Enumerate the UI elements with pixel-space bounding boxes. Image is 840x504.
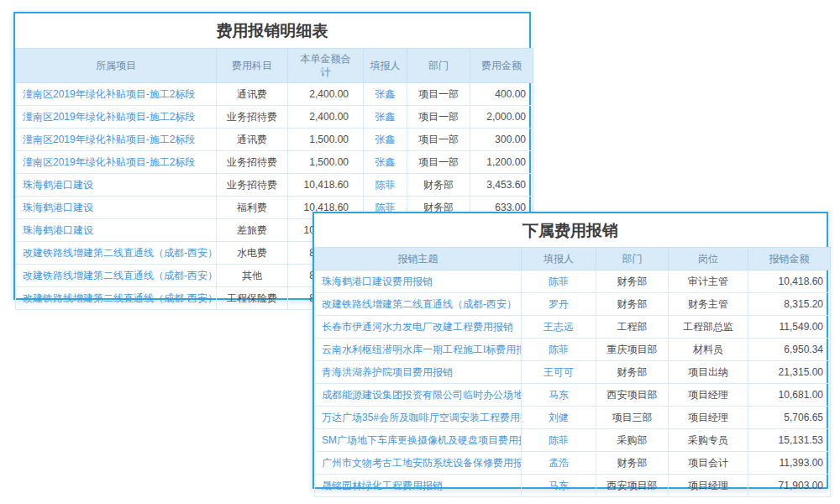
cell-expense-subject: 水电费 [217, 242, 288, 265]
cell-reporter-link: 陈菲 [522, 429, 596, 452]
cell-subject-link: 广州市文物考古工地安防系统设备保修费用报销 [315, 452, 522, 475]
reporter-link[interactable]: 陈菲 [375, 179, 396, 191]
subject-link[interactable]: 广州市文物考古工地安防系统设备保修费用报销 [322, 457, 522, 469]
subject-link[interactable]: 青海洪湖养护院项目费用报销 [322, 366, 453, 378]
cell-expense-subject: 福利费 [217, 197, 288, 219]
reporter-link[interactable]: 罗丹 [549, 298, 569, 310]
cell-reporter-link: 马东 [522, 384, 596, 407]
reporter-link[interactable]: 马东 [549, 480, 569, 491]
table-row: 晟铭园林绿化工程费用报销马东西安项目部项目经理71,903.00 [315, 475, 831, 497]
header-row: 报销主题填报人部门岗位报销金额 [315, 248, 831, 270]
cell-total-amount: 2,400.00 [288, 83, 364, 106]
project-link[interactable]: 潼南区2019年绿化补贴项目-施工2标段 [23, 134, 195, 145]
reporter-link[interactable]: 王可可 [543, 366, 574, 378]
project-link[interactable]: 潼南区2019年绿化补贴项目-施工2标段 [23, 88, 195, 100]
reporter-link[interactable]: 陈菲 [549, 276, 569, 287]
cell-reimburse-amount: 5,706.65 [748, 407, 831, 429]
cell-reporter-link: 马东 [522, 475, 596, 497]
cell-position: 项目经理 [669, 384, 748, 407]
cell-reporter-link: 张鑫 [364, 83, 407, 106]
reporter-link[interactable]: 陈菲 [549, 434, 569, 446]
cell-reimburse-amount: 11,393.00 [748, 452, 831, 475]
subject-link[interactable]: 晟铭园林绿化工程费用报销 [322, 480, 443, 491]
cell-total-amount: 10,418.60 [288, 174, 364, 197]
cell-department: 财务部 [596, 293, 669, 316]
subject-link[interactable]: 万达广场35#会所及咖啡厅空调安装工程费用报销 [322, 412, 522, 423]
cell-department: 财务部 [596, 361, 669, 384]
cell-reimburse-amount: 71,903.00 [748, 475, 831, 497]
project-link[interactable]: 珠海鹤港口建设 [23, 224, 93, 236]
reporter-link[interactable]: 孟浩 [549, 457, 569, 469]
project-link[interactable]: 珠海鹤港口建设 [23, 179, 93, 191]
cell-project-link: 珠海鹤港口建设 [16, 174, 217, 197]
cell-reporter-link: 陈菲 [522, 270, 596, 293]
project-link[interactable]: 潼南区2019年绿化补贴项目-施工2标段 [23, 156, 195, 168]
reporter-link[interactable]: 马东 [549, 389, 569, 401]
cell-reporter-link: 张鑫 [364, 106, 407, 129]
table-row: 潼南区2019年绿化补贴项目-施工2标段通讯费2,400.00张鑫项目一部400… [16, 83, 533, 106]
cell-project-link: 珠海鹤港口建设 [16, 197, 217, 219]
cell-project-link: 潼南区2019年绿化补贴项目-施工2标段 [16, 106, 217, 129]
cell-project-link: 潼南区2019年绿化补贴项目-施工2标段 [16, 83, 217, 106]
cell-reporter-link: 刘健 [522, 407, 596, 429]
cell-subject-link: 万达广场35#会所及咖啡厅空调安装工程费用报销 [315, 407, 522, 429]
cell-reporter-link: 王志远 [522, 316, 596, 339]
table-row: 云南水利枢纽潜明水库一期工程施工I标费用报销陈菲重庆项目部材料员6,950.34 [315, 339, 831, 361]
column-header-project-link: 所属项目 [16, 49, 217, 83]
column-header-reporter-link: 填报人 [364, 49, 407, 83]
cell-project-link: 改建铁路线增建第二线直通线（成都-西安） [16, 242, 217, 265]
cell-department: 西安项目部 [596, 384, 669, 407]
table-row: SM广场地下车库更换摄像机及硬盘项目费用报销陈菲采购部采购专员15,131.53 [315, 429, 831, 452]
sub-expense-panel: 下属费用报销 报销主题填报人部门岗位报销金额 珠海鹤港口建设费用报销陈菲财务部审… [312, 212, 828, 489]
cell-reporter-link: 张鑫 [364, 129, 407, 151]
subject-link[interactable]: 长春市伊通河水力发电厂改建工程费用报销 [322, 321, 513, 333]
cell-reimburse-amount: 21,315.00 [748, 361, 831, 384]
subject-link[interactable]: 珠海鹤港口建设费用报销 [322, 276, 433, 287]
reporter-link[interactable]: 陈菲 [549, 344, 569, 355]
project-link[interactable]: 珠海鹤港口建设 [23, 202, 93, 213]
cell-department: 项目一部 [407, 106, 470, 129]
subject-link[interactable]: 云南水利枢纽潜明水库一期工程施工I标费用报销 [322, 344, 522, 355]
project-link[interactable]: 改建铁路线增建第二线直通线（成都-西安） [23, 247, 217, 259]
cell-department: 财务部 [596, 270, 669, 293]
cell-reimburse-amount: 10,418.60 [748, 270, 831, 293]
cell-expense-subject: 差旅费 [217, 219, 288, 242]
project-link[interactable]: 潼南区2019年绿化补贴项目-施工2标段 [23, 111, 195, 123]
cell-total-amount: 2,400.00 [288, 106, 364, 129]
cell-reporter-link: 罗丹 [522, 293, 596, 316]
column-header-reimburse-amount: 报销金额 [748, 248, 831, 270]
cell-position: 项目经理 [669, 475, 748, 497]
reporter-link[interactable]: 张鑫 [375, 111, 396, 123]
project-link[interactable]: 改建铁路线增建第二线直通线（成都-西安） [23, 292, 217, 304]
reporter-link[interactable]: 张鑫 [375, 156, 396, 168]
column-header-expense-subject: 费用科目 [217, 49, 288, 83]
subject-link[interactable]: 成都能源建设集团投资有限公司临时办公场地费用报销 [322, 389, 522, 401]
column-header-reporter-link: 填报人 [522, 248, 596, 270]
cell-position: 材料员 [669, 339, 748, 361]
table-row: 长春市伊通河水力发电厂改建工程费用报销王志远工程部工程部总监11,549.00 [315, 316, 831, 339]
column-header-position: 岗位 [669, 248, 748, 270]
cell-project-link: 潼南区2019年绿化补贴项目-施工2标段 [16, 129, 217, 151]
reporter-link[interactable]: 王志远 [543, 321, 574, 333]
cell-subject-link: 改建铁路线增建第二线直通线（成都-西安） [315, 293, 522, 316]
cell-subject-link: 长春市伊通河水力发电厂改建工程费用报销 [315, 316, 522, 339]
column-header-department: 部门 [596, 248, 669, 270]
reporter-link[interactable]: 刘健 [549, 412, 569, 423]
cell-project-link: 珠海鹤港口建设 [16, 219, 217, 242]
cell-position: 项目会计 [669, 452, 748, 475]
cell-reporter-link: 陈菲 [522, 339, 596, 361]
table-row: 改建铁路线增建第二线直通线（成都-西安）罗丹财务部财务主管8,315.20 [315, 293, 831, 316]
cell-expense-amount: 1,200.00 [470, 151, 533, 174]
subject-link[interactable]: 改建铁路线增建第二线直通线（成都-西安） [322, 298, 517, 310]
cell-department: 项目一部 [407, 83, 470, 106]
cell-department: 财务部 [407, 174, 470, 197]
cell-total-amount: 1,500.00 [288, 151, 364, 174]
cell-position: 审计主管 [669, 270, 748, 293]
reporter-link[interactable]: 张鑫 [375, 134, 396, 145]
reporter-link[interactable]: 张鑫 [375, 88, 396, 100]
project-link[interactable]: 改建铁路线增建第二线直通线（成都-西安） [23, 270, 217, 281]
subject-link[interactable]: SM广场地下车库更换摄像机及硬盘项目费用报销 [322, 434, 522, 446]
table-row: 珠海鹤港口建设业务招待费10,418.60陈菲财务部3,453.60 [16, 174, 533, 197]
cell-reimburse-amount: 10,681.00 [748, 384, 831, 407]
sub-expense-table: 报销主题填报人部门岗位报销金额 珠海鹤港口建设费用报销陈菲财务部审计主管10,4… [314, 247, 831, 497]
